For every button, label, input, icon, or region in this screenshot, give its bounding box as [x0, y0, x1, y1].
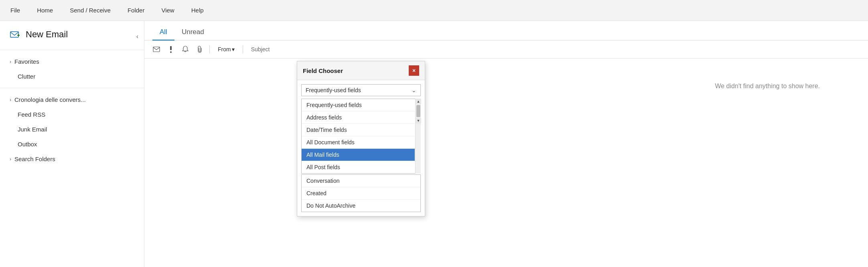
dropdown-item-document[interactable]: All Document fields — [302, 136, 415, 149]
svg-rect-4 — [170, 46, 172, 50]
list-item-created-label: Created — [306, 190, 327, 196]
list-item-conversation[interactable]: Conversation — [302, 175, 420, 187]
filter-bar: From ▾ Subject — [144, 40, 868, 59]
sidebar-item-outbox[interactable]: Outbox — [0, 137, 144, 152]
field-chooser-overlay: Field Chooser × Frequently-used fields ⌄… — [297, 61, 425, 216]
scroll-down-button[interactable]: ▼ — [416, 118, 421, 123]
field-chooser-body: Frequently-used fields ⌄ Frequently-used… — [297, 80, 425, 216]
filter-subject-column: Subject — [247, 44, 274, 54]
filter-from-column[interactable]: From ▾ — [214, 44, 239, 54]
filter-separator-2 — [243, 45, 243, 53]
scroll-up-button[interactable]: ▲ — [416, 99, 421, 104]
sidebar-item-clutter[interactable]: Clutter — [0, 69, 144, 84]
dropdown-item-address[interactable]: Address fields — [302, 111, 415, 124]
sidebar-item-favorites[interactable]: › Favorites — [0, 54, 144, 69]
sidebar-label-outbox: Outbox — [18, 141, 37, 148]
svg-rect-3 — [153, 47, 160, 52]
sidebar: New Email ‹ › Favorites Clutter › Cronol… — [0, 21, 144, 267]
dropdown-item-frequently-used[interactable]: Frequently-used fields — [302, 99, 415, 111]
scroll-track: ▲ ▼ — [415, 99, 421, 174]
list-item-conversation-label: Conversation — [306, 178, 340, 184]
chevron-right-icon-2: › — [10, 97, 11, 103]
tab-all[interactable]: All — [152, 25, 174, 40]
new-email-button[interactable]: New Email — [0, 21, 144, 48]
menu-file[interactable]: File — [8, 5, 22, 15]
svg-point-5 — [170, 51, 172, 53]
filter-important-icon[interactable] — [165, 44, 176, 55]
sidebar-item-search-folders[interactable]: › Search Folders — [0, 152, 144, 166]
list-item-autoarchive-label: Do Not AutoArchive — [306, 202, 355, 209]
menu-folder[interactable]: Folder — [125, 5, 147, 15]
dropdown-item-post[interactable]: All Post fields — [302, 161, 415, 173]
sidebar-label-conversation-history: Cronologia delle convers... — [14, 96, 86, 103]
field-chooser-header: Field Chooser × — [297, 61, 425, 80]
sidebar-divider-1 — [0, 50, 144, 50]
filter-subject-label: Subject — [251, 46, 270, 53]
new-email-label: New Email — [26, 29, 68, 40]
menu-view[interactable]: View — [159, 5, 176, 15]
content-area: All Unread — [144, 21, 868, 267]
dropdown-list: Frequently-used fields Address fields Da… — [301, 99, 421, 174]
menu-home[interactable]: Home — [34, 5, 55, 15]
sidebar-label-clutter: Clutter — [18, 73, 35, 80]
dropdown-selected-label: Frequently-used fields — [306, 87, 361, 93]
list-item-created[interactable]: Created — [302, 187, 420, 200]
field-chooser-dialog: Field Chooser × Frequently-used fields ⌄… — [297, 61, 425, 216]
svg-rect-0 — [10, 32, 18, 37]
filter-mail-icon[interactable] — [151, 44, 162, 55]
empty-state: We didn't find anything to show here. — [144, 59, 868, 267]
menu-bar: File Home Send / Receive Folder View Hel… — [0, 0, 868, 21]
sidebar-section-folders: › Cronologia delle convers... Feed RSS J… — [0, 90, 144, 169]
tab-unread[interactable]: Unread — [174, 25, 211, 40]
filter-from-arrow: ▾ — [232, 46, 235, 53]
sidebar-section-favorites: › Favorites Clutter — [0, 52, 144, 86]
new-email-icon — [10, 29, 21, 40]
filter-bell-icon[interactable] — [180, 44, 191, 55]
menu-help[interactable]: Help — [189, 5, 206, 15]
dropdown-list-container: Frequently-used fields Address fields Da… — [301, 99, 421, 174]
list-item-do-not-autoarchive[interactable]: Do Not AutoArchive — [302, 200, 420, 212]
chevron-down-icon: ⌄ — [412, 87, 416, 93]
field-chooser-dropdown[interactable]: Frequently-used fields ⌄ — [301, 84, 421, 96]
collapse-sidebar-button[interactable]: ‹ — [136, 33, 138, 40]
scroll-thumb[interactable] — [416, 105, 420, 117]
dropdown-item-mail[interactable]: All Mail fields — [302, 149, 415, 161]
field-list-container: Conversation Created Do Not AutoArchive — [301, 174, 421, 212]
sidebar-label-search-folders: Search Folders — [14, 156, 55, 162]
field-chooser-title: Field Chooser — [303, 67, 343, 74]
tabs-bar: All Unread — [144, 21, 868, 40]
sidebar-item-rss[interactable]: Feed RSS — [0, 107, 144, 122]
empty-state-text: We didn't find anything to show here. — [715, 83, 820, 90]
filter-attachment-icon[interactable] — [194, 44, 205, 55]
sidebar-label-favorites: Favorites — [14, 58, 39, 65]
menu-send-receive[interactable]: Send / Receive — [67, 5, 113, 15]
sidebar-item-conversation-history[interactable]: › Cronologia delle convers... — [0, 92, 144, 107]
main-layout: New Email ‹ › Favorites Clutter › Cronol… — [0, 21, 868, 267]
chevron-right-icon: › — [10, 59, 11, 65]
filter-from-label: From — [218, 46, 231, 53]
chevron-right-icon-3: › — [10, 156, 11, 162]
dropdown-item-datetime[interactable]: Date/Time fields — [302, 124, 415, 136]
field-chooser-close-button[interactable]: × — [409, 65, 419, 76]
filter-separator — [209, 45, 210, 53]
sidebar-label-rss: Feed RSS — [18, 111, 45, 118]
sidebar-item-junk[interactable]: Junk Email — [0, 122, 144, 137]
sidebar-divider-2 — [0, 88, 144, 88]
sidebar-label-junk: Junk Email — [18, 126, 47, 133]
